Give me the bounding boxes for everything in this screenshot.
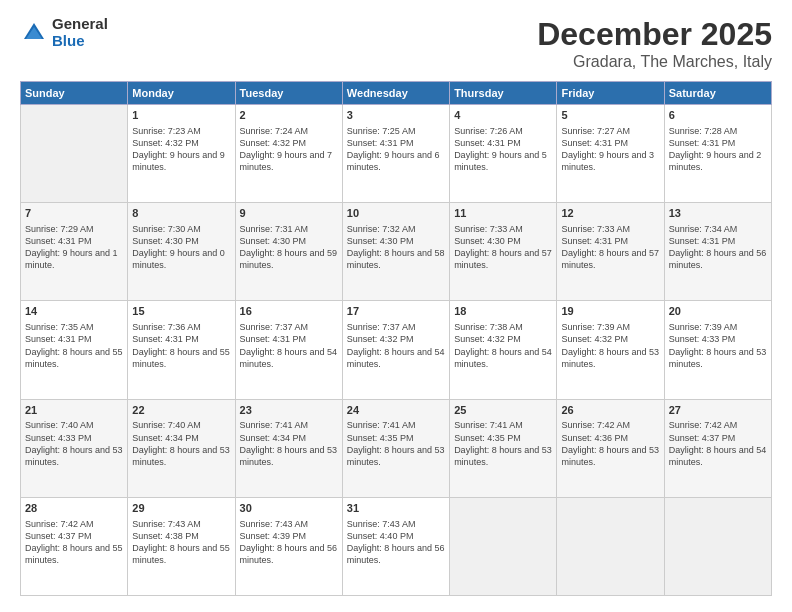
calendar-cell: 2Sunrise: 7:24 AM Sunset: 4:32 PM Daylig… bbox=[235, 105, 342, 203]
calendar-cell: 18Sunrise: 7:38 AM Sunset: 4:32 PM Dayli… bbox=[450, 301, 557, 399]
page: General Blue December 2025 Gradara, The … bbox=[0, 0, 792, 612]
day-info: Sunrise: 7:41 AM Sunset: 4:34 PM Dayligh… bbox=[240, 419, 338, 468]
header: General Blue December 2025 Gradara, The … bbox=[20, 16, 772, 71]
day-info: Sunrise: 7:29 AM Sunset: 4:31 PM Dayligh… bbox=[25, 223, 123, 272]
day-info: Sunrise: 7:31 AM Sunset: 4:30 PM Dayligh… bbox=[240, 223, 338, 272]
day-info: Sunrise: 7:37 AM Sunset: 4:31 PM Dayligh… bbox=[240, 321, 338, 370]
day-info: Sunrise: 7:39 AM Sunset: 4:33 PM Dayligh… bbox=[669, 321, 767, 370]
day-number: 19 bbox=[561, 304, 659, 319]
weekday-header-thursday: Thursday bbox=[450, 82, 557, 105]
calendar-cell: 19Sunrise: 7:39 AM Sunset: 4:32 PM Dayli… bbox=[557, 301, 664, 399]
calendar-cell: 16Sunrise: 7:37 AM Sunset: 4:31 PM Dayli… bbox=[235, 301, 342, 399]
calendar-cell: 30Sunrise: 7:43 AM Sunset: 4:39 PM Dayli… bbox=[235, 497, 342, 595]
day-number: 2 bbox=[240, 108, 338, 123]
main-title: December 2025 bbox=[537, 16, 772, 53]
day-number: 24 bbox=[347, 403, 445, 418]
day-info: Sunrise: 7:27 AM Sunset: 4:31 PM Dayligh… bbox=[561, 125, 659, 174]
day-number: 25 bbox=[454, 403, 552, 418]
day-info: Sunrise: 7:25 AM Sunset: 4:31 PM Dayligh… bbox=[347, 125, 445, 174]
weekday-header-friday: Friday bbox=[557, 82, 664, 105]
day-info: Sunrise: 7:42 AM Sunset: 4:37 PM Dayligh… bbox=[669, 419, 767, 468]
calendar-cell: 29Sunrise: 7:43 AM Sunset: 4:38 PM Dayli… bbox=[128, 497, 235, 595]
calendar-cell bbox=[664, 497, 771, 595]
day-number: 29 bbox=[132, 501, 230, 516]
day-number: 8 bbox=[132, 206, 230, 221]
calendar-cell bbox=[21, 105, 128, 203]
calendar-header: SundayMondayTuesdayWednesdayThursdayFrid… bbox=[21, 82, 772, 105]
day-number: 5 bbox=[561, 108, 659, 123]
day-info: Sunrise: 7:28 AM Sunset: 4:31 PM Dayligh… bbox=[669, 125, 767, 174]
calendar-cell: 10Sunrise: 7:32 AM Sunset: 4:30 PM Dayli… bbox=[342, 203, 449, 301]
calendar-cell: 28Sunrise: 7:42 AM Sunset: 4:37 PM Dayli… bbox=[21, 497, 128, 595]
calendar-week-2: 14Sunrise: 7:35 AM Sunset: 4:31 PM Dayli… bbox=[21, 301, 772, 399]
day-number: 30 bbox=[240, 501, 338, 516]
calendar-cell: 11Sunrise: 7:33 AM Sunset: 4:30 PM Dayli… bbox=[450, 203, 557, 301]
calendar-table: SundayMondayTuesdayWednesdayThursdayFrid… bbox=[20, 81, 772, 596]
day-info: Sunrise: 7:32 AM Sunset: 4:30 PM Dayligh… bbox=[347, 223, 445, 272]
day-number: 6 bbox=[669, 108, 767, 123]
logo-text: General Blue bbox=[52, 16, 108, 49]
day-info: Sunrise: 7:40 AM Sunset: 4:33 PM Dayligh… bbox=[25, 419, 123, 468]
logo: General Blue bbox=[20, 16, 108, 49]
day-info: Sunrise: 7:30 AM Sunset: 4:30 PM Dayligh… bbox=[132, 223, 230, 272]
calendar-cell bbox=[557, 497, 664, 595]
day-info: Sunrise: 7:41 AM Sunset: 4:35 PM Dayligh… bbox=[347, 419, 445, 468]
day-number: 17 bbox=[347, 304, 445, 319]
calendar-cell: 21Sunrise: 7:40 AM Sunset: 4:33 PM Dayli… bbox=[21, 399, 128, 497]
day-info: Sunrise: 7:43 AM Sunset: 4:40 PM Dayligh… bbox=[347, 518, 445, 567]
day-number: 12 bbox=[561, 206, 659, 221]
calendar-cell: 27Sunrise: 7:42 AM Sunset: 4:37 PM Dayli… bbox=[664, 399, 771, 497]
title-section: December 2025 Gradara, The Marches, Ital… bbox=[537, 16, 772, 71]
calendar-cell: 31Sunrise: 7:43 AM Sunset: 4:40 PM Dayli… bbox=[342, 497, 449, 595]
logo-general-text: General bbox=[52, 16, 108, 33]
calendar-week-0: 1Sunrise: 7:23 AM Sunset: 4:32 PM Daylig… bbox=[21, 105, 772, 203]
subtitle: Gradara, The Marches, Italy bbox=[537, 53, 772, 71]
day-number: 11 bbox=[454, 206, 552, 221]
day-number: 1 bbox=[132, 108, 230, 123]
day-number: 22 bbox=[132, 403, 230, 418]
day-number: 23 bbox=[240, 403, 338, 418]
weekday-header-sunday: Sunday bbox=[21, 82, 128, 105]
calendar-cell: 14Sunrise: 7:35 AM Sunset: 4:31 PM Dayli… bbox=[21, 301, 128, 399]
calendar-week-3: 21Sunrise: 7:40 AM Sunset: 4:33 PM Dayli… bbox=[21, 399, 772, 497]
day-info: Sunrise: 7:33 AM Sunset: 4:30 PM Dayligh… bbox=[454, 223, 552, 272]
day-number: 10 bbox=[347, 206, 445, 221]
day-info: Sunrise: 7:34 AM Sunset: 4:31 PM Dayligh… bbox=[669, 223, 767, 272]
day-number: 15 bbox=[132, 304, 230, 319]
logo-blue-text: Blue bbox=[52, 33, 108, 50]
day-number: 27 bbox=[669, 403, 767, 418]
day-info: Sunrise: 7:23 AM Sunset: 4:32 PM Dayligh… bbox=[132, 125, 230, 174]
day-number: 14 bbox=[25, 304, 123, 319]
calendar-cell: 23Sunrise: 7:41 AM Sunset: 4:34 PM Dayli… bbox=[235, 399, 342, 497]
calendar-cell: 5Sunrise: 7:27 AM Sunset: 4:31 PM Daylig… bbox=[557, 105, 664, 203]
day-number: 21 bbox=[25, 403, 123, 418]
day-number: 26 bbox=[561, 403, 659, 418]
day-info: Sunrise: 7:43 AM Sunset: 4:38 PM Dayligh… bbox=[132, 518, 230, 567]
calendar-cell: 15Sunrise: 7:36 AM Sunset: 4:31 PM Dayli… bbox=[128, 301, 235, 399]
calendar-cell: 20Sunrise: 7:39 AM Sunset: 4:33 PM Dayli… bbox=[664, 301, 771, 399]
day-number: 20 bbox=[669, 304, 767, 319]
day-info: Sunrise: 7:41 AM Sunset: 4:35 PM Dayligh… bbox=[454, 419, 552, 468]
weekday-header-monday: Monday bbox=[128, 82, 235, 105]
day-info: Sunrise: 7:33 AM Sunset: 4:31 PM Dayligh… bbox=[561, 223, 659, 272]
calendar-cell: 22Sunrise: 7:40 AM Sunset: 4:34 PM Dayli… bbox=[128, 399, 235, 497]
weekday-header-saturday: Saturday bbox=[664, 82, 771, 105]
day-info: Sunrise: 7:38 AM Sunset: 4:32 PM Dayligh… bbox=[454, 321, 552, 370]
day-info: Sunrise: 7:37 AM Sunset: 4:32 PM Dayligh… bbox=[347, 321, 445, 370]
calendar-cell: 12Sunrise: 7:33 AM Sunset: 4:31 PM Dayli… bbox=[557, 203, 664, 301]
calendar-cell: 7Sunrise: 7:29 AM Sunset: 4:31 PM Daylig… bbox=[21, 203, 128, 301]
day-number: 16 bbox=[240, 304, 338, 319]
day-number: 31 bbox=[347, 501, 445, 516]
calendar-cell: 17Sunrise: 7:37 AM Sunset: 4:32 PM Dayli… bbox=[342, 301, 449, 399]
day-info: Sunrise: 7:39 AM Sunset: 4:32 PM Dayligh… bbox=[561, 321, 659, 370]
calendar-cell: 26Sunrise: 7:42 AM Sunset: 4:36 PM Dayli… bbox=[557, 399, 664, 497]
weekday-header-tuesday: Tuesday bbox=[235, 82, 342, 105]
day-info: Sunrise: 7:24 AM Sunset: 4:32 PM Dayligh… bbox=[240, 125, 338, 174]
calendar-cell: 13Sunrise: 7:34 AM Sunset: 4:31 PM Dayli… bbox=[664, 203, 771, 301]
day-info: Sunrise: 7:42 AM Sunset: 4:37 PM Dayligh… bbox=[25, 518, 123, 567]
calendar-cell: 9Sunrise: 7:31 AM Sunset: 4:30 PM Daylig… bbox=[235, 203, 342, 301]
day-info: Sunrise: 7:35 AM Sunset: 4:31 PM Dayligh… bbox=[25, 321, 123, 370]
calendar-cell: 4Sunrise: 7:26 AM Sunset: 4:31 PM Daylig… bbox=[450, 105, 557, 203]
calendar-week-1: 7Sunrise: 7:29 AM Sunset: 4:31 PM Daylig… bbox=[21, 203, 772, 301]
calendar-cell: 1Sunrise: 7:23 AM Sunset: 4:32 PM Daylig… bbox=[128, 105, 235, 203]
